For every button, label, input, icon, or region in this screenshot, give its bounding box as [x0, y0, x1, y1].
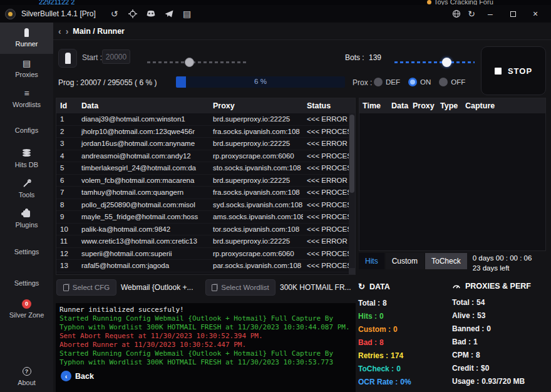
stat-label: Alive :: [452, 311, 475, 320]
cell-id: 10: [56, 225, 78, 233]
prox-option-off[interactable]: OFF: [439, 78, 465, 86]
cell-id: 7: [56, 188, 78, 196]
history-icon[interactable]: ↺: [108, 8, 121, 20]
sidebar-item-runner[interactable]: Runner: [0, 23, 53, 54]
cell-status: <<< PROCES: [303, 188, 355, 196]
table-row[interactable]: 8pollo_dj250890@hotmail.com:misolsyd.soc…: [56, 199, 355, 212]
table-row[interactable]: 9mayle_55_fridge@hotmail.com:hossams.soc…: [56, 211, 355, 224]
cell-proxy: rp.proxyscrape.com:6060: [209, 152, 303, 160]
discord-icon[interactable]: [144, 8, 158, 20]
table-row[interactable]: 7tamhuy@hotmail.com:quangernfra.socks.ip…: [56, 187, 355, 199]
table-row[interactable]: 2jholrp10@hotmail.com:123qwe456rfra.sock…: [56, 126, 355, 138]
badge-count: 0: [22, 299, 31, 309]
sidebar-item-label: Hits DB: [0, 161, 53, 168]
column-header: Proxy: [413, 101, 440, 110]
sidebar-item-proxies[interactable]: ▤Proxies: [0, 58, 53, 78]
column-header: Id: [56, 101, 78, 110]
scrollbar-thumb[interactable]: [349, 115, 354, 193]
sidebar-item-about[interactable]: ?About: [0, 366, 53, 386]
tab-custom[interactable]: Custom: [386, 253, 424, 269]
stat-label: Retries :: [358, 351, 388, 360]
radio-icon: [439, 78, 448, 86]
stat-label: CPM :: [452, 351, 473, 359]
sidebar-item-hits-db[interactable]: Hits DB: [0, 148, 53, 168]
column-header: Capture: [465, 101, 545, 110]
stop-button[interactable]: STOP: [481, 46, 546, 95]
news-icon[interactable]: ▤: [180, 8, 194, 20]
titlebar: SilverBullet 1.4.1 [Pro] ↺ ▤ ↻ – ×: [0, 5, 551, 23]
table-row[interactable]: 5timberlakesgirl_24@hotmail.com:dasto.so…: [56, 162, 355, 175]
select-cfg-label: Select CFG: [73, 284, 110, 291]
start-slider-handle[interactable]: [185, 58, 194, 67]
sidebar-item-label: Proxies: [0, 71, 53, 78]
bots-slider[interactable]: [394, 61, 475, 63]
stat-label: Bad :: [358, 338, 377, 347]
background-fragment-right-text: Toys Cracking Foru: [434, 0, 493, 5]
start-label: Start :: [82, 53, 102, 62]
cell-status: <<< ERROR I: [303, 140, 355, 147]
select-wordlist-button[interactable]: Select Wordlist: [205, 279, 276, 296]
selected-wordlist: 300K HOTMAIL FR...: [280, 283, 351, 292]
sidebar-item-wordlists[interactable]: ≡Wordlists: [0, 88, 53, 108]
sidebar-item-settings[interactable]: Settings: [0, 248, 53, 255]
sidebar-item-settings-2[interactable]: Settings: [0, 279, 53, 287]
data-stats: Total :8Hits :0Custom :0Bad :8Retries :1…: [358, 299, 447, 386]
close-button[interactable]: ×: [525, 6, 546, 21]
prox-option-on[interactable]: ON: [408, 78, 431, 86]
table-row[interactable]: 3jordan16us@hotmail.com:anynamebrd.super…: [56, 138, 355, 150]
back-button[interactable]: ‹Back: [61, 371, 94, 381]
stat-label: Custom :: [358, 325, 391, 334]
radio-label: ON: [420, 78, 431, 86]
telegram-icon[interactable]: [162, 8, 176, 20]
sidebar-item-label: Settings: [0, 248, 53, 255]
sidebar-item-silver-zone[interactable]: 0Silver Zone: [0, 298, 53, 319]
table-row[interactable]: 11www.cretic13@hotmail.com:cretic13brd.s…: [56, 235, 355, 248]
start-input[interactable]: 20000: [102, 49, 130, 64]
nav-forward-icon[interactable]: ›: [66, 26, 69, 36]
table-row[interactable]: 14sandy_gift@hotmail.com:2a2kalim.socks.…: [56, 272, 355, 275]
start-slider[interactable]: [147, 61, 247, 63]
tab-hits[interactable]: Hits: [359, 253, 384, 269]
cell-data: rafal5@hotmail.com:jagoda: [78, 262, 209, 269]
capture-panel: TimeDataProxyTypeCapture HitsCustomToChe…: [359, 98, 546, 275]
sidebar-item-configs[interactable]: Configs: [0, 126, 53, 134]
prox-option-def[interactable]: DEF: [374, 78, 400, 86]
globe-icon[interactable]: [450, 8, 463, 20]
table-row[interactable]: 13rafal5@hotmail.com:jagodapar.socks.ipv…: [56, 260, 355, 272]
bots-slider-handle[interactable]: [442, 58, 451, 67]
uptime-text: 0 days 00 : 00 : 06: [473, 253, 532, 263]
table-row[interactable]: 12superii@hotmail.com:superiirp.proxyscr…: [56, 248, 355, 260]
select-cfg-button[interactable]: Select CFG: [56, 279, 116, 296]
capture-footer: HitsCustomToCheck 0 days 00 : 00 : 06 23…: [359, 251, 546, 275]
days-left-text: 23 days left: [473, 263, 532, 273]
column-header: Status: [303, 101, 355, 110]
bullet-icon: [0, 27, 53, 38]
cell-id: 8: [56, 201, 78, 209]
table-row[interactable]: 4andreasmoi@hotmail.com:andy12rp.proxysc…: [56, 150, 355, 163]
table-row[interactable]: 1dianaj39@hotmail.com:winston1brd.superp…: [56, 113, 355, 126]
resize-grip[interactable]: [349, 268, 355, 274]
capture-icon[interactable]: [126, 8, 140, 20]
stat-ocrrate: OCR Rate :0%: [358, 378, 447, 386]
log-line: Sent Abort Request at 11/30/2023 10:30:5…: [59, 332, 352, 341]
stat-value: 0%: [400, 378, 411, 386]
stat-custom: Custom :0: [358, 325, 447, 334]
stat-hits: Hits :0: [358, 312, 447, 321]
sidebar-item-tools[interactable]: Tools: [0, 178, 53, 199]
sidebar-item-plugins[interactable]: Plugins: [0, 208, 53, 229]
results-scrollbar[interactable]: [349, 113, 355, 268]
nav-back-icon[interactable]: ‹: [58, 26, 61, 36]
table-row[interactable]: 10palik-ka@hotmail.com:9842tor.socks.ipv…: [56, 224, 355, 236]
stat-value: 0: [379, 312, 384, 321]
sync-icon[interactable]: ↻: [465, 8, 478, 20]
tab-tocheck[interactable]: ToCheck: [425, 253, 467, 269]
minimize-button[interactable]: –: [480, 6, 501, 21]
table-row[interactable]: 6volem_fcb@hotmail.com:macarenabrd.super…: [56, 175, 355, 187]
cell-status: <<< PROCES: [303, 164, 355, 172]
cell-proxy: brd.superproxy.io:22225: [209, 177, 303, 184]
stat-value: 8: [383, 299, 387, 307]
capture-table: TimeDataProxyTypeCapture: [359, 98, 546, 251]
maximize-button[interactable]: [502, 6, 523, 21]
cell-status: <<< PROCES: [303, 128, 355, 135]
sidebar-item-label: Settings: [0, 279, 53, 287]
